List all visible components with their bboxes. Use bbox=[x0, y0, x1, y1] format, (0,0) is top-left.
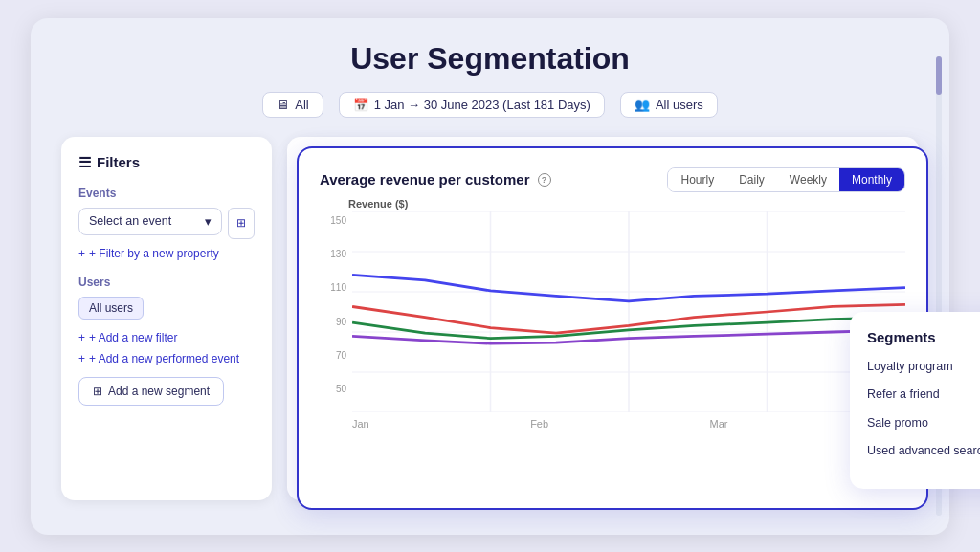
tab-hourly-overlay[interactable]: Hourly bbox=[668, 168, 726, 191]
add-segment-button[interactable]: ⊞ Add a new segment bbox=[78, 377, 224, 406]
all-users-badge[interactable]: All users bbox=[78, 297, 144, 320]
scrollbar-thumb[interactable] bbox=[936, 56, 942, 95]
add-performed-event-link[interactable]: + + Add a new performed event bbox=[78, 352, 255, 365]
y-axis-label: Revenue ($) bbox=[348, 198, 905, 210]
overlay-chart-header: Average revenue per customer ? Hourly Da… bbox=[320, 167, 905, 192]
tab-weekly-overlay[interactable]: Weekly bbox=[777, 168, 839, 191]
outer-container: User Segmentation 🖥 All 📅 1 Jan → 30 Jun… bbox=[31, 18, 949, 535]
segment-row-1: Refer a friend $95 (+22%) bbox=[867, 386, 980, 404]
filter-icon: ☰ bbox=[78, 154, 91, 171]
segment-icon: ⊞ bbox=[93, 385, 102, 398]
calendar-icon: 📅 bbox=[353, 98, 368, 112]
users-filter-label: All users bbox=[656, 98, 703, 112]
date-range-label: 1 Jan → 30 June 2023 (Last 181 Days) bbox=[374, 98, 590, 112]
filter-bar: 🖥 All 📅 1 Jan → 30 June 2023 (Last 181 D… bbox=[61, 92, 919, 118]
x-label-feb: Feb bbox=[530, 418, 548, 430]
monitor-icon: 🖥 bbox=[277, 98, 289, 112]
date-range-pill[interactable]: 📅 1 Jan → 30 June 2023 (Last 181 Days) bbox=[339, 92, 605, 118]
tab-daily-overlay[interactable]: Daily bbox=[726, 168, 777, 191]
filters-panel: ☰ Filters Events Select an event ▾ ⊞ + +… bbox=[61, 137, 272, 500]
x-label-mar: Mar bbox=[710, 418, 728, 430]
users-section-label: Users bbox=[78, 276, 255, 289]
overlay-chart-card: Average revenue per customer ? Hourly Da… bbox=[297, 146, 928, 510]
tab-monthly-overlay[interactable]: Monthly bbox=[839, 168, 904, 191]
event-icon-button[interactable]: ⊞ bbox=[228, 208, 255, 239]
segment-name-0: Loyalty program bbox=[867, 359, 980, 376]
add-filter-link[interactable]: + + Add a new filter bbox=[78, 331, 255, 344]
segment-name-3: Used advanced search bbox=[867, 443, 980, 460]
segment-name-1: Refer a friend bbox=[867, 386, 980, 404]
page-title: User Segmentation bbox=[61, 41, 919, 77]
chart-area: Average revenue per customer ? Hourly Da… bbox=[287, 137, 919, 500]
filters-title: ☰ Filters bbox=[78, 154, 255, 171]
chart-svg-area: Jan Feb Mar Apr bbox=[352, 211, 905, 412]
time-tabs-overlay[interactable]: Hourly Daily Weekly Monthly bbox=[667, 167, 905, 192]
users-filter-pill[interactable]: 👥 All users bbox=[620, 92, 718, 118]
select-event-dropdown[interactable]: Select an event ▾ bbox=[78, 208, 222, 235]
segment-row-3: Used advanced search $61 (-7%) bbox=[867, 443, 980, 460]
segments-title: Segments bbox=[867, 329, 980, 345]
all-filter-pill[interactable]: 🖥 All bbox=[262, 92, 323, 118]
segment-row-2: Sale promo $71 (-72%) bbox=[867, 415, 980, 432]
all-filter-label: All bbox=[295, 98, 308, 112]
main-content: ☰ Filters Events Select an event ▾ ⊞ + +… bbox=[61, 137, 919, 500]
x-label-jan: Jan bbox=[352, 418, 369, 430]
plus-icon: + bbox=[78, 247, 85, 260]
segment-row-0: Loyalty program $108 (+67%) bbox=[867, 359, 980, 376]
filter-by-property-link[interactable]: + + Filter by a new property bbox=[78, 247, 255, 260]
events-section-label: Events bbox=[78, 187, 255, 200]
users-icon: 👥 bbox=[635, 98, 650, 112]
plus-icon-2: + bbox=[78, 331, 85, 344]
help-icon-overlay: ? bbox=[538, 173, 551, 187]
chevron-down-icon: ▾ bbox=[205, 214, 212, 229]
segment-name-2: Sale promo bbox=[867, 415, 980, 432]
plus-icon-3: + bbox=[78, 352, 85, 365]
overlay-chart-title: Average revenue per customer ? bbox=[320, 171, 551, 188]
select-event-label: Select an event bbox=[89, 214, 171, 228]
segments-panel: Segments Loyalty program $108 (+67%) Ref… bbox=[850, 312, 980, 489]
